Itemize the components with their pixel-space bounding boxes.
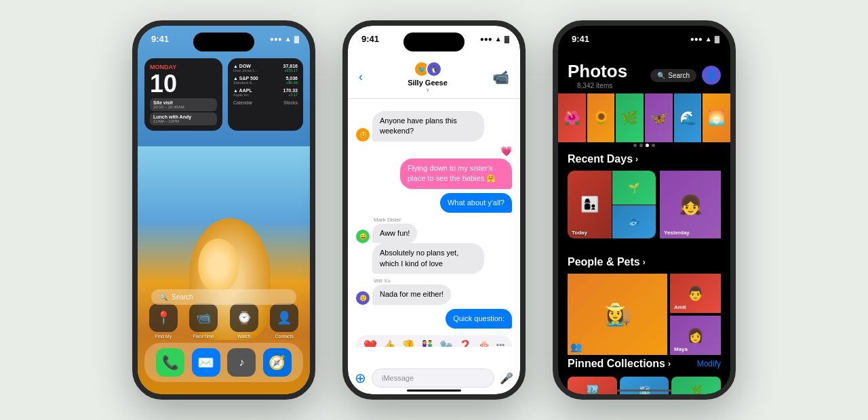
back-button[interactable]: ‹ [359,70,363,84]
phone-3-photos: 9:41 ●●● ▲ ▓ Photos 8,342 Items 🔍 Search [553,20,736,400]
calendar-widget[interactable]: MONDAY 10 Site visit 10:15 – 10:45AM Lun… [144,58,222,131]
today-photo-3: 🐟 [612,205,656,239]
findmy-icon[interactable]: 📍 [149,303,178,332]
msg-row-7: Quick question: [356,309,512,329]
avatar-2: 🐧 [426,61,442,77]
contacts-icon[interactable]: 👤 [270,303,298,332]
app-findmy[interactable]: 📍 Find My [144,303,182,339]
search-label-home: Search [172,293,193,301]
msg-row-2: 💗 Flying down to my sister's place to se… [356,146,512,189]
photos-header: Photos 8,342 Items 🔍 Search 👤 [558,56,730,95]
msg-group-5: Will Xu 🙂 Nada for me either! [356,278,512,304]
battery-icon-1: ▓ [294,35,299,43]
pinned-title[interactable]: Pinned Collections › [568,358,671,370]
search-icon-photos: 🔍 [657,72,665,79]
dot-4 [652,144,655,147]
photos-user-avatar[interactable]: 👤 [702,66,721,85]
pinned-chevron: › [668,359,671,369]
recent-days-title[interactable]: Recent Days › [568,153,721,165]
battery-icon-2: ▓ [505,35,509,43]
group-info[interactable]: 🐦 🐧 Silly Geese ∨ [408,61,448,93]
wifi-icon-2: ▲ [495,35,502,43]
watch-icon[interactable]: ⌚ [230,303,258,332]
people-amit[interactable]: 👨 Amit [670,274,721,313]
messages-header: ‹ 🐦 🐧 Silly Geese ∨ 📹 [348,56,520,99]
dock-mail[interactable]: ✉️ [192,348,220,377]
photos-hero-dots [558,144,730,147]
emoji-more[interactable]: ••• [496,341,505,347]
msg-row-5: Absolutely no plans yet, which I kind of… [356,243,512,274]
modify-button[interactable]: Modify [697,359,721,369]
pinned-thumbs-row: 🏙️ 🗺️ 🌿 [568,377,721,394]
signal-icon-3: ●●● [690,35,703,43]
today-label: Today [572,230,587,236]
dock-phone[interactable]: 📞 [156,348,184,377]
photos-search-button[interactable]: 🔍 Search [650,69,696,82]
event1-title: Site visit [153,100,214,105]
emoji-heart[interactable]: ❤️ [363,339,377,347]
video-call-icon[interactable]: 📹 [492,69,509,85]
home-indicator-3 [617,390,671,392]
dot-3 [646,144,649,147]
dynamic-island-2 [403,33,465,51]
photos-header-actions: 🔍 Search 👤 [650,66,721,85]
dynamic-island-3 [614,33,675,51]
mic-button[interactable]: 🎤 [500,372,513,385]
pinned-thumb-3[interactable]: 🌿 [671,377,721,394]
photos-count: 8,342 Items [577,82,627,89]
pinned-thumb-1[interactable]: 🏙️ [568,377,617,394]
today-photo-2: 🌱 [612,171,656,205]
emoji-thumbsdown[interactable]: 👎 [401,339,415,347]
recent-today-collage[interactable]: 👩‍👦 🌱 🐟 Today [568,171,656,238]
stock-1-sub: Dow Jones I... [233,68,257,72]
calendar-date: 10 [150,72,217,96]
sender-name-2: Will Xu [374,278,512,284]
message-input[interactable]: iMessage [372,369,494,387]
hero-thumb-5[interactable]: 🌊 [674,93,702,142]
stock-2-change: +80.48 [285,81,298,85]
app-grid: 📍 Find My 📹 FaceTime ⌚ Watch 👤 Contacts [144,303,303,339]
msg-row-4: 😄 Aww fun! [356,224,512,243]
emoji-cake[interactable]: 🎂 [477,339,491,347]
emoji-people[interactable]: 👫 [420,339,434,347]
battery-icon-3: ▓ [715,35,719,43]
watch-label: Watch [237,334,251,339]
bubble-1: Anyone have plans this weekend? [372,111,484,142]
dock-safari[interactable]: 🧭 [263,348,292,377]
people-main-photo[interactable]: 👩‍🌾 👥 [568,274,667,355]
hero-thumb-1[interactable]: 🌺 [558,93,586,142]
emoji-thumbsup[interactable]: 👍 [382,339,396,347]
findmy-label: Find My [155,334,172,339]
hero-thumb-2[interactable]: 🌻 [587,93,615,142]
photos-title: Photos [568,61,627,82]
dock-music[interactable]: ♪ [227,348,256,377]
app-watch[interactable]: ⌚ Watch [225,303,263,339]
photos-search-label: Search [668,72,690,79]
event2-time: 11AM – 12PM [153,119,214,123]
stocks-widget[interactable]: ▲ DOW Dow Jones I... 37,816 +570.17 ▲ S&… [228,58,303,131]
widget-label-stocks: Stocks [283,100,298,105]
home-search-bar[interactable]: 🔍 Search [151,289,296,305]
emoji-question[interactable]: ❓ [458,339,472,347]
people-pets-title[interactable]: People & Pets › [568,256,721,268]
facetime-icon[interactable]: 📹 [189,303,218,332]
hero-thumb-3[interactable]: 🌿 [616,93,644,142]
amit-label: Amit [674,304,686,310]
bubble-3: What about y'all? [440,193,512,213]
app-facetime[interactable]: 📹 FaceTime [185,303,223,339]
emoji-reaction-bar[interactable]: ❤️ 👍 👎 👫 🧤 ❓ 🎂 ••• [356,335,512,347]
hero-thumb-6[interactable]: 🌅 [703,93,730,142]
imessage-placeholder: iMessage [382,374,414,382]
hero-thumb-4[interactable]: 🦋 [645,93,673,142]
event1-time: 10:15 – 10:45AM [153,105,214,109]
stock-3-sub: Apple Inc. [233,93,252,97]
app-contacts[interactable]: 👤 Contacts [266,303,304,339]
today-photo-main: 👩‍👦 [568,171,612,238]
add-message-button[interactable]: ⊕ [355,370,366,386]
facetime-label: FaceTime [193,334,214,339]
emoji-gloves[interactable]: 🧤 [439,339,453,347]
msg-avatar-1: 😊 [356,128,370,142]
pinned-thumb-2[interactable]: 🗺️ [620,377,669,394]
recent-yesterday[interactable]: 👧 Yesterday [660,171,721,238]
people-maya[interactable]: 👩 Maya [670,316,721,355]
